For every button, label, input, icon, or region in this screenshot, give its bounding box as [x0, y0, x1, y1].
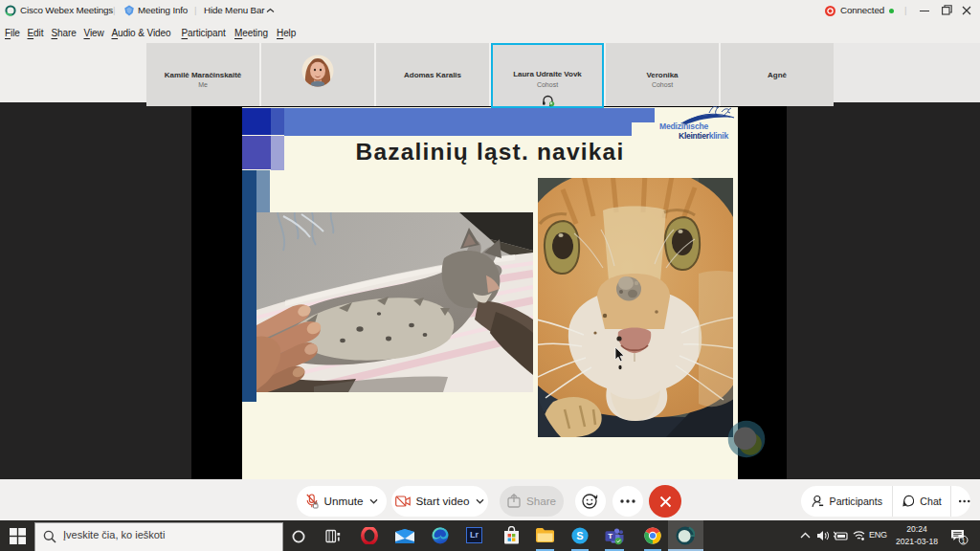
svg-text:1: 1	[962, 537, 966, 545]
svg-text:S: S	[576, 530, 583, 541]
svg-text:Medizinische: Medizinische	[659, 121, 709, 131]
svg-text:Kleintierklinik: Kleintierklinik	[679, 131, 728, 141]
svg-text:T: T	[608, 532, 612, 540]
